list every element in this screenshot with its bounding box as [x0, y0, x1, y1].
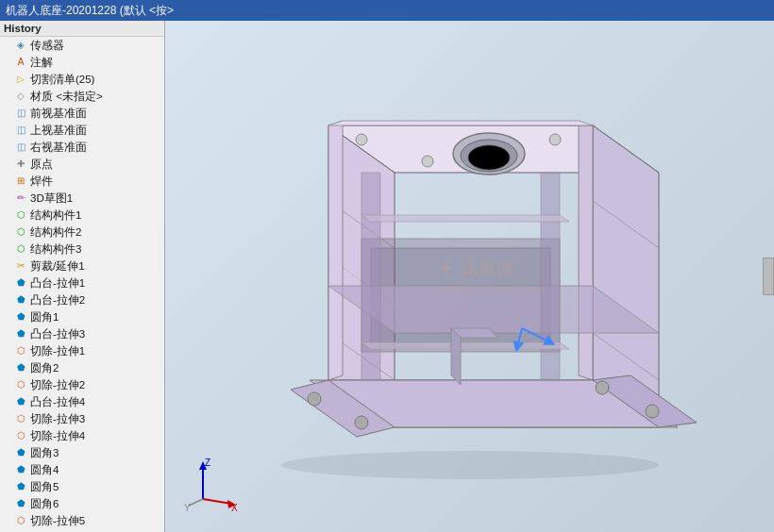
- tree-item-cut-extrude5[interactable]: ⬡切除-拉伸5: [0, 512, 164, 529]
- svg-marker-32: [362, 215, 569, 222]
- svg-marker-33: [362, 342, 569, 349]
- tree-item-fillet5[interactable]: ⬟圆角5: [0, 478, 164, 495]
- axis-indicator: Z X Y: [184, 457, 241, 513]
- model-svg: [196, 50, 744, 503]
- svg-marker-21: [328, 121, 593, 125]
- tree-item-cut-extrude3[interactable]: ⬡切除-拉伸3: [0, 410, 164, 427]
- tree-item-label-struct2: 结构构件2: [30, 224, 81, 240]
- tree-item-label-cut-extrude3: 切除-拉伸3: [30, 411, 85, 426]
- svg-point-2: [356, 134, 367, 145]
- tree-item-label-trim1: 剪裁/延伸1: [30, 258, 85, 274]
- tree-item-boss-extrude4[interactable]: ⬟凸台-拉伸4: [0, 393, 164, 410]
- tree-item-label-boss-extrude3: 凸台-拉伸3: [30, 326, 85, 341]
- tree-item-label-note: 注解: [30, 55, 53, 70]
- history-label: History: [4, 23, 42, 34]
- svg-point-28: [596, 381, 609, 394]
- tree-item-boss-extrude3[interactable]: ⬟凸台-拉伸3: [0, 325, 164, 342]
- tree-item-label-struct3: 结构构件3: [30, 241, 81, 257]
- folder-icon: ▷: [13, 72, 28, 87]
- svg-marker-20: [579, 125, 593, 380]
- svg-line-44: [189, 499, 203, 506]
- tree-item-label-fillet4: 圆角4: [30, 462, 59, 477]
- cut-icon: ⬡: [13, 411, 28, 426]
- feature-tree-panel: History ◈传感器A注解▷切割清单(25)◇材质 <未指定>◫前视基准面◫…: [0, 21, 165, 532]
- tree-item-label-cutlist: 切割清单(25): [30, 72, 94, 87]
- tree-item-label-fillet5: 圆角5: [30, 479, 59, 494]
- tree-item-label-top-plane: 上视基准面: [30, 123, 87, 138]
- tree-item-cut-extrude4[interactable]: ⬡切除-拉伸4: [0, 427, 164, 444]
- cut-icon: ⬡: [13, 513, 28, 528]
- extrude-icon: ⬡: [13, 241, 28, 257]
- svg-marker-19: [328, 121, 343, 380]
- extrude-icon: ⬡: [13, 208, 28, 223]
- tree-item-material[interactable]: ◇材质 <未指定>: [0, 88, 164, 105]
- tree-item-label-material: 材质 <未指定>: [30, 89, 103, 104]
- fillet-icon: ⬟: [13, 292, 28, 308]
- viewport[interactable]: ✦ 沐风网 www.mfcad.com Z X Y: [165, 21, 774, 532]
- tree-item-origin[interactable]: ✚原点: [0, 156, 164, 173]
- model-container: [165, 21, 774, 532]
- tree-item-cut-extrude1[interactable]: ⬡切除-拉伸1: [0, 342, 164, 359]
- svg-marker-35: [451, 328, 461, 385]
- axis-svg: Z X Y: [184, 457, 241, 513]
- tree-item-label-fillet2: 圆角2: [30, 360, 59, 375]
- tree-item-boss-extrude1[interactable]: ⬟凸台-拉伸1: [0, 274, 164, 291]
- tree-item-cut-extrude2[interactable]: ⬡切除-拉伸2: [0, 376, 164, 393]
- tree-item-label-fillet3: 圆角3: [30, 445, 59, 460]
- tree-item-struct3[interactable]: ⬡结构构件3: [0, 241, 164, 258]
- tree-item-note[interactable]: A注解: [0, 54, 164, 71]
- fillet-icon: ⬟: [13, 445, 28, 460]
- tree-item-label-fillet6: 圆角6: [30, 496, 59, 511]
- tree-item-top-plane[interactable]: ◫上视基准面: [0, 122, 164, 139]
- tree-item-label-cut-extrude1: 切除-拉伸1: [30, 343, 85, 358]
- tree-item-drawing3d[interactable]: ✏3D草图1: [0, 190, 164, 207]
- tree-item-label-cut-extrude5: 切除-拉伸5: [30, 513, 85, 528]
- plane-icon: ◫: [13, 106, 28, 121]
- tree-item-label-drawing3d: 3D草图1: [30, 191, 73, 206]
- tree-item-label-cut-extrude4: 切除-拉伸4: [30, 428, 85, 443]
- plane-icon: ◫: [13, 123, 28, 138]
- tree-item-right-plane[interactable]: ◫右视基准面: [0, 139, 164, 156]
- fillet-icon: ⬟: [13, 394, 28, 409]
- svg-text:X: X: [231, 503, 238, 513]
- tree-item-label-sensor: 传感器: [30, 38, 64, 53]
- title-text: 机器人底座-20201228 (默认 <按>: [6, 3, 174, 19]
- tree-header: History: [0, 21, 164, 37]
- tree-item-label-front-plane: 前视基准面: [30, 106, 87, 121]
- tree-item-cutlist[interactable]: ▷切割清单(25): [0, 71, 164, 88]
- tree-item-trim1[interactable]: ✂剪裁/延伸1: [0, 258, 164, 274]
- tree-item-label-boss-extrude1: 凸台-拉伸1: [30, 275, 85, 291]
- tree-item-weld[interactable]: ⊞焊件: [0, 173, 164, 190]
- fillet-icon: ⬟: [13, 462, 28, 477]
- cut-icon: ⬡: [13, 343, 28, 358]
- fillet-icon: ⬟: [13, 479, 28, 494]
- svg-point-0: [281, 451, 659, 479]
- tree-item-label-boss-extrude2: 凸台-拉伸2: [30, 292, 85, 308]
- tree-item-sensor[interactable]: ◈传感器: [0, 37, 164, 54]
- tree-item-fillet6[interactable]: ⬟圆角6: [0, 495, 164, 512]
- tree-item-fillet2[interactable]: ⬟圆角2: [0, 359, 164, 376]
- svg-point-5: [422, 156, 433, 167]
- tree-item-boss-extrude2[interactable]: ⬟凸台-拉伸2: [0, 291, 164, 308]
- plane-icon: ◫: [13, 140, 28, 155]
- origin-icon: ✚: [13, 157, 28, 172]
- tree-item-fillet1[interactable]: ⬟圆角1: [0, 308, 164, 325]
- tree-item-label-cut-extrude2: 切除-拉伸2: [30, 377, 85, 392]
- tree-item-struct2[interactable]: ⬡结构构件2: [0, 224, 164, 241]
- tree-item-fillet4[interactable]: ⬟圆角4: [0, 461, 164, 478]
- tree-item-struct1[interactable]: ⬡结构构件1: [0, 207, 164, 224]
- tree-item-label-right-plane: 右视基准面: [30, 140, 87, 155]
- tree-item-label-weld: 焊件: [30, 174, 53, 189]
- svg-line-41: [203, 499, 231, 504]
- tree-item-front-plane[interactable]: ◫前视基准面: [0, 105, 164, 122]
- tree-item-label-struct1: 结构构件1: [30, 208, 81, 223]
- extrude-icon: ⬡: [13, 224, 28, 240]
- tree-item-label-origin: 原点: [30, 157, 53, 172]
- note-icon: A: [13, 55, 28, 70]
- svg-point-3: [549, 134, 561, 145]
- weld-icon: ⊞: [13, 174, 28, 189]
- tree-item-fillet3[interactable]: ⬟圆角3: [0, 444, 164, 461]
- sensor-icon: ◈: [13, 38, 28, 53]
- resize-handle[interactable]: [763, 258, 774, 295]
- fillet-icon: ⬟: [13, 275, 28, 291]
